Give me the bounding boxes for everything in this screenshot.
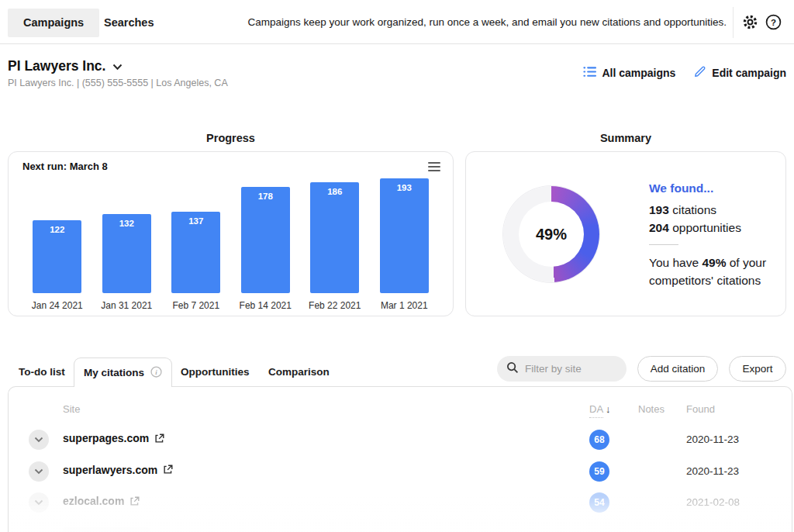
tab-my-citations[interactable]: My citations i [74,358,172,387]
campaign-details: PI Lawyers Inc. | (555) 555-5555 | Los A… [8,78,228,88]
chart-column: 178Feb 14 2021 [231,177,301,311]
donut-center: 49% [519,202,584,267]
found-date: 2020-11-23 [686,465,739,477]
list-icon [583,66,596,80]
bar-chart: 122Jan 24 2021132Jan 31 2021137Feb 7 202… [22,177,439,311]
summary-text: We found... 193 citations 204 opportunit… [649,181,794,289]
summary-footnote: You have 49% of your competitors' citati… [649,254,794,289]
site-name: superpages.com [63,432,149,444]
bar-date-label: Mar 1 2021 [381,300,428,311]
site-name: superlawyers.com [63,464,157,476]
external-link-icon [154,434,164,444]
da-badge: 59 [589,461,609,482]
column-site: Site [63,403,80,415]
filter-box [497,356,627,382]
summary-divider [649,244,678,245]
bar[interactable]: 193 [380,178,429,293]
expand-row-button[interactable] [29,430,49,450]
donut-chart: 49% [503,186,599,282]
all-campaigns-label: All campaigns [602,67,675,79]
gear-icon [741,13,759,33]
export-button[interactable]: Export [729,356,786,382]
donut-percent-label: 49% [536,226,567,244]
da-badge: 54 [589,492,609,513]
bar-value-label: 186 [327,187,342,293]
table-row[interactable]: superpages.com682020-11-23 [9,424,792,455]
column-da[interactable]: DA↓ [589,403,611,415]
bar-date-label: Jan 31 2021 [101,300,152,311]
external-link-icon [163,465,173,475]
bar-date-label: Feb 14 2021 [240,300,292,311]
citations-table: Site DA↓ Notes Found superpages.com68202… [8,386,792,532]
campaigns-description: Campaigns keep your work organized, run … [247,16,727,28]
chart-column: 193Mar 1 2021 [370,177,440,311]
bar-date-label: Jan 24 2021 [32,300,83,311]
bar-date-label: Feb 7 2021 [172,300,219,311]
citation-tracker-page: Campaigns Searches Campaigns keep your w… [0,0,794,532]
chart-column: 132Jan 31 2021 [92,177,162,311]
bar[interactable]: 178 [241,187,290,293]
bar-value-label: 137 [188,216,203,293]
chart-menu-button[interactable] [428,162,440,171]
add-citation-button[interactable]: Add citation [637,356,718,382]
svg-text:?: ? [770,18,775,27]
column-found: Found [686,403,715,415]
tab-opportunities[interactable]: Opportunities [181,366,250,378]
tab-campaigns[interactable]: Campaigns [8,9,99,37]
table-row[interactable]: ezlocal.com542021-02-08 [9,487,792,518]
next-run-label: Next run: March 8 [22,161,108,172]
opportunities-stat: 204 opportunities [649,219,794,237]
summary-card: 49% We found... 193 citations 204 opport… [465,151,786,316]
help-button[interactable]: ? [763,13,783,33]
tab-searches[interactable]: Searches [88,9,170,37]
loading-row-skeleton [63,527,150,532]
settings-button[interactable] [740,13,760,33]
edit-campaign-label: Edit campaign [712,67,786,79]
my-citations-label: My citations [84,367,144,378]
bar[interactable]: 137 [171,212,220,293]
topbar-divider [733,7,734,38]
bar[interactable]: 186 [310,182,359,293]
chart-column: 186Feb 22 2021 [300,177,370,311]
expand-row-button[interactable] [29,492,49,513]
column-notes: Notes [638,403,665,415]
pencil-icon [694,65,706,80]
site-link[interactable]: superpages.com [63,432,164,444]
chevron-down-icon [34,468,43,475]
summary-title: Summary [465,132,786,144]
chart-column: 137Feb 7 2021 [161,177,231,311]
all-campaigns-link[interactable]: All campaigns [583,66,675,80]
question-icon: ? [765,13,782,33]
edit-campaign-link[interactable]: Edit campaign [694,65,786,80]
header-actions: All campaigns Edit campaign [583,65,786,80]
bar-value-label: 178 [258,192,273,293]
bar-value-label: 193 [397,183,412,293]
progress-title: Progress [8,132,454,144]
info-icon[interactable]: i [150,366,162,380]
bar-value-label: 122 [50,225,64,293]
bar[interactable]: 132 [102,214,151,293]
chevron-down-icon [34,499,43,506]
da-badge: 68 [589,430,609,450]
progress-card: Next run: March 8 122Jan 24 2021132Jan 3… [8,151,454,316]
campaign-name-dropdown[interactable]: PI Lawyers Inc. [8,58,123,74]
chart-column: 122Jan 24 2021 [22,177,92,311]
filter-by-site-input[interactable] [525,363,612,375]
bar[interactable]: 122 [33,220,81,293]
bar-date-label: Feb 22 2021 [309,300,361,311]
citations-stat: 193 citations [649,201,794,219]
found-date: 2021-02-08 [686,496,740,508]
table-row[interactable]: superlawyers.com592020-11-23 [9,456,792,487]
expand-row-button[interactable] [29,461,49,482]
campaign-name: PI Lawyers Inc. [8,58,105,74]
search-icon [506,361,519,377]
bar-value-label: 132 [119,219,134,293]
hamburger-icon [428,162,440,164]
sort-desc-icon: ↓ [606,403,611,415]
tab-comparison[interactable]: Comparison [268,366,330,378]
external-link-icon [129,496,140,506]
found-date: 2020-11-23 [686,434,739,445]
tab-todo-list[interactable]: To-do list [19,366,65,378]
site-link[interactable]: ezlocal.com [63,495,140,507]
site-link[interactable]: superlawyers.com [63,464,173,476]
